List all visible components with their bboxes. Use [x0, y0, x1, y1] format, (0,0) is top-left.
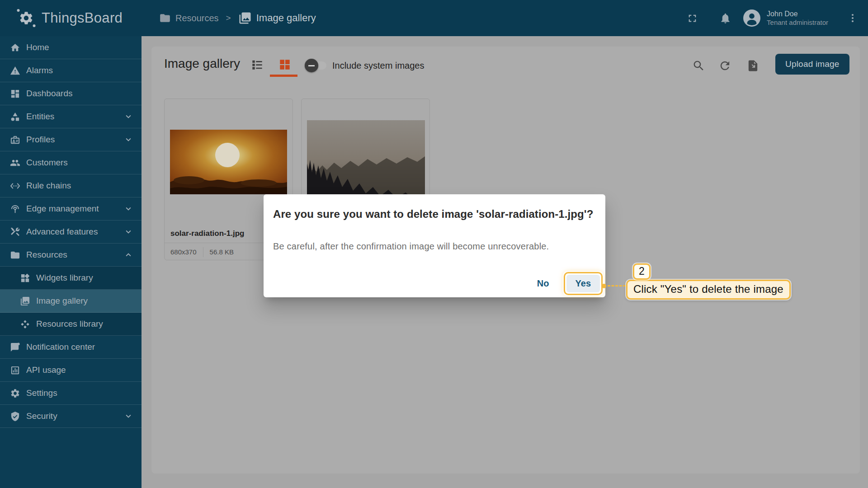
brand-logo: ThingsBoard [15, 0, 123, 36]
breadcrumb-page-label: Image gallery [256, 12, 316, 24]
advanced-features-icon [10, 227, 20, 237]
image-card-name: solar-radiation-1.jpg [170, 229, 244, 238]
kebab-menu-icon [847, 13, 858, 23]
sidebar-item-resources-library[interactable]: Resources library [0, 313, 142, 336]
sidebar-item-label: Customers [26, 158, 68, 168]
sidebar: HomeAlarmsDashboardsEntitiesProfilesCust… [0, 36, 142, 488]
security-icon [10, 411, 20, 422]
sidebar-item-image-gallery[interactable]: Image gallery [0, 290, 142, 313]
resources-library-icon [20, 319, 30, 329]
dialog-actions: No Yes [529, 272, 603, 295]
sidebar-item-dashboards[interactable]: Dashboards [0, 82, 142, 105]
breadcrumb-separator: > [226, 13, 231, 23]
edge-management-icon [10, 204, 20, 214]
refresh-button[interactable] [718, 59, 732, 72]
photo-library-icon [238, 11, 252, 25]
sidebar-item-advanced-features[interactable]: Advanced features [0, 221, 142, 244]
folder-icon [159, 12, 171, 24]
import-image-button[interactable] [746, 59, 760, 72]
image-gallery-icon [20, 296, 30, 306]
chevron-up-icon [123, 250, 133, 260]
settings-icon [10, 388, 20, 399]
brand-name: ThingsBoard [42, 10, 123, 26]
list-view-button[interactable] [250, 57, 265, 72]
callout-connector-dot [602, 284, 606, 288]
sidebar-item-label: Home [26, 42, 49, 52]
header-actions: John Doe Tenant administrator [686, 0, 858, 36]
sidebar-item-label: Entities [26, 112, 54, 122]
confirm-delete-dialog: Are you sure you want to delete image 's… [264, 194, 605, 297]
yes-button[interactable]: Yes [566, 275, 600, 292]
rule-chains-icon [10, 181, 20, 191]
user-name: John Doe [767, 9, 828, 19]
sidebar-item-home[interactable]: Home [0, 36, 142, 59]
grid-view-button[interactable] [278, 57, 293, 72]
dashboards-icon [10, 89, 20, 99]
user-avatar[interactable] [743, 9, 760, 27]
footer-divider [203, 247, 203, 257]
sidebar-item-api-usage[interactable]: API usage [0, 359, 142, 382]
search-icon [692, 59, 705, 72]
sidebar-item-customers[interactable]: Customers [0, 151, 142, 174]
grid-view-active-underline [270, 75, 297, 77]
sidebar-item-resources[interactable]: Resources [0, 244, 142, 267]
entities-icon [10, 112, 20, 122]
sunset-image [170, 130, 287, 194]
fullscreen-icon [686, 12, 698, 24]
sidebar-item-label: Image gallery [36, 296, 88, 306]
image-file-size: 56.8 KB [210, 248, 234, 256]
notifications-button[interactable] [719, 12, 731, 24]
fullscreen-button[interactable] [686, 12, 698, 24]
sidebar-item-entities[interactable]: Entities [0, 105, 142, 128]
user-role: Tenant administrator [767, 19, 828, 27]
sidebar-item-alarms[interactable]: Alarms [0, 59, 142, 82]
sidebar-item-label: Resources [26, 250, 67, 260]
breadcrumb-resources[interactable]: Resources [159, 12, 219, 24]
home-icon [10, 42, 20, 53]
search-button[interactable] [692, 59, 706, 72]
sidebar-item-label: API usage [26, 365, 66, 375]
breadcrumb: Resources > Image gallery [159, 0, 316, 36]
no-button[interactable]: No [529, 274, 557, 293]
sidebar-item-label: Settings [26, 388, 57, 398]
sidebar-item-label: Edge management [26, 204, 99, 214]
sidebar-item-rule-chains[interactable]: Rule chains [0, 174, 142, 197]
sidebar-item-profiles[interactable]: Profiles [0, 128, 142, 151]
sidebar-item-label: Dashboards [26, 89, 72, 99]
api-usage-icon [10, 365, 20, 375]
chevron-down-icon [123, 204, 133, 214]
sidebar-item-security[interactable]: Security [0, 405, 142, 428]
thingsboard-logo-icon [15, 7, 37, 29]
sidebar-item-label: Widgets library [36, 273, 93, 283]
profiles-icon [10, 135, 20, 145]
breadcrumb-image-gallery[interactable]: Image gallery [238, 11, 316, 25]
sidebar-item-label: Alarms [26, 66, 53, 75]
upload-image-button[interactable]: Upload image [775, 54, 849, 75]
sidebar-item-label: Security [26, 411, 57, 421]
sidebar-item-widgets-library[interactable]: Widgets library [0, 267, 142, 290]
image-resolution: 680x370 [170, 248, 197, 256]
page-title: Image gallery [164, 56, 240, 71]
chevron-down-icon [123, 411, 133, 421]
more-menu-button[interactable] [847, 13, 858, 23]
sidebar-item-notification-center[interactable]: Notification center [0, 336, 142, 359]
breadcrumb-section-label: Resources [175, 13, 219, 23]
dialog-title: Are you sure you want to delete image 's… [273, 208, 593, 221]
dialog-message: Be careful, after the confirmation image… [273, 241, 549, 252]
user-info[interactable]: John Doe Tenant administrator [767, 9, 828, 27]
sidebar-item-edge-management[interactable]: Edge management [0, 197, 142, 221]
include-system-images-toggle[interactable] [307, 61, 326, 70]
chevron-down-icon [123, 135, 133, 145]
sidebar-item-label: Resources library [36, 319, 103, 329]
folder-icon [10, 250, 20, 260]
sidebar-item-label: Rule chains [26, 181, 71, 191]
sidebar-item-label: Advanced features [26, 227, 98, 237]
sidebar-item-settings[interactable]: Settings [0, 382, 142, 405]
sidebar-item-label: Profiles [26, 135, 55, 145]
sidebar-item-label: Notification center [26, 342, 95, 352]
callout-connector-dash [608, 285, 626, 286]
grid-view-icon [278, 57, 292, 72]
list-view-icon [250, 57, 264, 72]
customers-icon [10, 158, 20, 168]
notification-center-icon [10, 342, 20, 352]
